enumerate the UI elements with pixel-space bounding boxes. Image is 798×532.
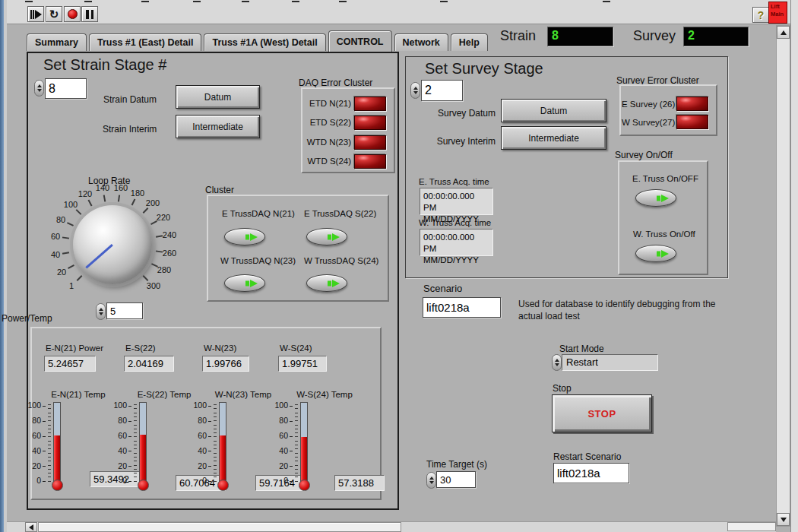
temp-label: W-S(24) Temp xyxy=(296,390,353,399)
strain-datum-label: Strain Datum xyxy=(103,94,157,105)
spinner-down-icon[interactable] xyxy=(429,481,434,484)
survey-panel-title: Set Survey Stage xyxy=(425,60,543,78)
scroll-up-button[interactable] xyxy=(777,26,790,39)
knob-scale-label: 120 xyxy=(78,189,92,198)
start-mode-field[interactable]: Restart xyxy=(562,354,658,371)
stop-button[interactable]: STOP xyxy=(552,394,652,432)
spinner-up-icon[interactable] xyxy=(37,84,42,87)
daq-led-label: ETD S(22) xyxy=(302,118,351,127)
help-icon: ? xyxy=(758,9,765,21)
daq-led-label: ETD N(21) xyxy=(302,99,351,108)
vertical-scrollbar[interactable] xyxy=(776,25,790,527)
w-trussdaq-s24-button[interactable] xyxy=(306,274,347,292)
thermometer-tube xyxy=(219,402,226,484)
daq-led-label: WTD S(24) xyxy=(302,157,351,166)
w-truss-onoff-label: W. Truss On/Off xyxy=(633,230,695,239)
knob-scale-label: 20 xyxy=(57,268,66,277)
knob-scale-label: 280 xyxy=(157,265,171,274)
tab-network[interactable]: Network xyxy=(394,33,448,51)
thermometer-ws24: 10080 6040 200 57.3188 xyxy=(273,401,356,502)
tab-summary[interactable]: Summary xyxy=(27,33,87,51)
thermometer-bulb xyxy=(138,480,149,491)
thermometer-tube xyxy=(300,402,308,484)
power-value: 2.04169 xyxy=(124,356,174,372)
spinner-up-icon[interactable] xyxy=(555,359,559,362)
green-arrow-icon xyxy=(657,251,660,256)
thermometer-en21: 10080 6040 200 59.3492 xyxy=(26,401,109,502)
survey-datum-label: Survey Datum xyxy=(410,108,496,119)
restart-scenario-label: Restart Scenario xyxy=(553,451,621,462)
loop-rate-spinner[interactable] xyxy=(96,303,106,320)
strain-stage-input[interactable] xyxy=(45,78,87,99)
pause-button[interactable] xyxy=(81,6,98,22)
horizontal-scroll-thumb[interactable] xyxy=(38,522,401,532)
spinner-down-icon[interactable] xyxy=(37,89,42,92)
start-mode-spinner[interactable] xyxy=(552,354,562,371)
w-truss-onoff-button[interactable] xyxy=(635,245,676,262)
power-temp-title: Power/Temp xyxy=(2,313,52,324)
knob-scale-label: 300 xyxy=(147,281,160,290)
tab-control[interactable]: CONTROL xyxy=(328,30,392,52)
cluster-btn-label: W TrussDAQ S(24) xyxy=(304,256,378,265)
window-right-border xyxy=(790,0,798,532)
w-truss-acq-label: W. Truss Acq. time xyxy=(419,218,491,227)
temp-label: W-N(23) Temp xyxy=(215,390,271,399)
e-trussdaq-s22-button[interactable] xyxy=(306,228,347,245)
scroll-down-button[interactable] xyxy=(777,513,790,526)
spinner-down-icon[interactable] xyxy=(99,312,103,315)
knob-scale-label: 200 xyxy=(146,198,160,207)
e-truss-onoff-button[interactable] xyxy=(635,189,676,207)
green-arrow-icon xyxy=(328,234,331,239)
power-label: E-S(22) xyxy=(125,344,156,353)
survey-stage-spinner[interactable] xyxy=(410,82,420,99)
time-target-input[interactable] xyxy=(436,471,476,488)
tab-bar: Summary Truss #1 (East) Detail Truss #1A… xyxy=(27,33,488,52)
cluster-btn-label: E TrussDAQ S(22) xyxy=(304,209,376,218)
survey-datum-button[interactable]: Datum xyxy=(501,99,606,122)
power-value: 1.99766 xyxy=(202,356,249,372)
run-button[interactable] xyxy=(27,6,44,22)
run-continuous-button[interactable]: ↻ xyxy=(46,6,62,22)
run-continuous-icon: ↻ xyxy=(49,8,59,20)
strain-stage-spinner[interactable] xyxy=(34,80,44,97)
survey-stage-input[interactable] xyxy=(421,80,463,101)
tab-truss1-east-detail[interactable]: Truss #1 (East) Detail xyxy=(89,33,201,51)
thermometer-bulb xyxy=(299,480,310,491)
survey-interim-label: Survey Interim xyxy=(410,136,496,147)
abort-button[interactable] xyxy=(64,6,81,22)
thermometer-scale: 10080 6040 200 xyxy=(112,401,131,485)
scroll-left-icon xyxy=(29,524,33,530)
strain-indicator-label: Strain xyxy=(500,28,536,44)
scrollbar-corner xyxy=(727,522,776,531)
green-arrow-icon xyxy=(245,234,249,239)
e-trussdaq-n21-button[interactable] xyxy=(224,228,265,245)
spinner-up-icon[interactable] xyxy=(413,87,418,90)
spinner-up-icon[interactable] xyxy=(429,477,434,480)
horizontal-scrollbar[interactable] xyxy=(7,521,776,532)
scroll-left-button[interactable] xyxy=(25,522,37,532)
time-target-spinner[interactable] xyxy=(426,472,436,489)
spinner-down-icon[interactable] xyxy=(413,91,418,94)
survey-interim-button[interactable]: Intermediate xyxy=(501,126,606,150)
strain-datum-button[interactable]: Datum xyxy=(176,85,260,109)
restart-scenario-input[interactable] xyxy=(553,463,629,483)
spinner-down-icon[interactable] xyxy=(555,363,559,366)
etd-s22-led xyxy=(354,116,386,130)
tab-truss1a-west-detail[interactable]: Truss #1A (West) Detail xyxy=(204,33,325,51)
spinner-up-icon[interactable] xyxy=(99,308,103,311)
tab-help[interactable]: Help xyxy=(451,33,488,51)
thermometer-scale: 10080 6040 200 xyxy=(26,401,46,485)
w-truss-acq-display: 00:00:00.000 PM MM/DD/YYYY xyxy=(420,229,493,256)
survey-led-label: E Survey (26) xyxy=(622,100,674,109)
survey-stage-display: 2 xyxy=(683,27,749,46)
knob-scale-label: 180 xyxy=(131,188,144,198)
scenario-input[interactable] xyxy=(423,297,501,318)
daq-led-label: WTD N(23) xyxy=(302,138,351,147)
w-trussdaq-n23-button[interactable] xyxy=(224,274,265,292)
e-truss-onoff-label: E. Truss On/OFF xyxy=(632,174,698,183)
survey-led-label: W Survey(27) xyxy=(622,118,674,127)
strain-interim-button[interactable]: Intermediate xyxy=(176,115,260,138)
knob-scale-label: 220 xyxy=(157,213,170,222)
loop-rate-input[interactable] xyxy=(106,302,143,319)
help-button[interactable]: ? xyxy=(752,7,769,23)
